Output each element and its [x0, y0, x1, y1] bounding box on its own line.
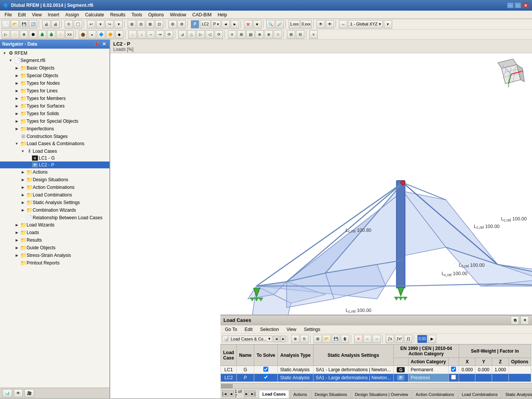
tb-1xxx[interactable]: 1.xxx — [289, 20, 300, 28]
bt-func[interactable]: ƒx — [386, 335, 394, 343]
tree-item-load-combinations[interactable]: ▶ 📁 Load Combinations — [0, 191, 109, 199]
tree-item-types-members[interactable]: ▶ 📁 Types for Members — [0, 95, 109, 102]
menu-edit[interactable]: Edit — [15, 11, 29, 18]
tb2-member2[interactable]: ⬥ — [88, 30, 96, 39]
tb-lc2-select[interactable]: LC2 — [200, 20, 211, 28]
tree-item-load-cases[interactable]: ▼ ⬇ Load Cases — [0, 147, 109, 155]
tab-load-cases[interactable]: Load Cases — [259, 390, 289, 398]
cell-sw-p[interactable] — [448, 374, 459, 382]
bt-delete[interactable]: 🗑 — [341, 335, 349, 343]
bottom-menu-edit[interactable]: Edit — [242, 326, 256, 333]
tb2-5[interactable]: 🌲 — [38, 30, 46, 39]
tb2-4[interactable]: ⬟ — [29, 30, 37, 39]
tab-static-analysis-settings[interactable]: Static Analysis Settings — [502, 390, 532, 398]
cube-navigator[interactable]: x y z — [494, 57, 528, 91]
tb2-member1[interactable]: ⬤ — [79, 30, 87, 39]
tb2-load3[interactable]: ↔ — [147, 30, 155, 39]
bt-save-file[interactable]: 💾 — [332, 335, 340, 343]
tree-item-guide-objects[interactable]: ▶ 📁 Guide Objects — [0, 244, 109, 252]
nav-pin[interactable]: 📌 — [92, 41, 100, 47]
tab-load-combinations[interactable]: Load Combinations — [458, 390, 501, 398]
menu-help[interactable]: Help — [215, 11, 230, 18]
sw-checkbox-p[interactable] — [451, 375, 456, 380]
bt-grid-view[interactable]: ⊞ — [314, 335, 322, 343]
tb-xyz-select[interactable]: 1 - Global XYZ ▾ — [348, 20, 383, 28]
cell-sw-g[interactable] — [448, 366, 459, 374]
tb-undo[interactable]: ↩ — [87, 20, 95, 28]
tb2-load5[interactable]: ⟳ — [165, 30, 173, 39]
tb-refresh[interactable]: 🔄 — [29, 20, 37, 28]
bt-0-00[interactable]: 0.00 — [417, 335, 427, 343]
tb-redo[interactable]: ↪ — [105, 20, 114, 28]
tb-tool1[interactable]: ⚙ — [168, 20, 177, 28]
menu-insert[interactable]: Insert — [45, 11, 62, 18]
tree-item-segment[interactable]: ▼ 📄 Segment.rf6 — [0, 57, 109, 64]
tree-item-types-nodes[interactable]: ▶ 📁 Types for Nodes — [0, 79, 109, 87]
nav-view-btn[interactable]: 👁 — [14, 389, 23, 397]
bottom-menu-view[interactable]: View — [283, 326, 299, 333]
tb-xyz-arrow[interactable]: ▾ — [384, 20, 392, 28]
tb2-n2[interactable]: ⊞ — [237, 30, 245, 39]
tb2-load4[interactable]: ⇒ — [156, 30, 164, 39]
tb-new[interactable]: 📄 — [2, 20, 10, 28]
nav-next-btn[interactable]: ► — [280, 336, 286, 342]
tree-item-special-objects[interactable]: ▶ 📁 Special Objects — [0, 72, 109, 79]
tree-item-types-solids[interactable]: ▶ 📁 Types for Solids — [0, 110, 109, 117]
bt-red-x[interactable]: ✕ — [354, 335, 363, 343]
menu-view[interactable]: View — [29, 11, 45, 18]
sw-checkbox[interactable] — [451, 367, 456, 372]
tree-item-lc1[interactable]: G LC1 - G — [0, 155, 109, 162]
tb2-n4[interactable]: ⊗ — [255, 30, 264, 39]
tb-print[interactable]: 🖨 — [42, 20, 51, 28]
tb-copy[interactable]: ⎘ — [65, 20, 73, 28]
tb-prev[interactable]: ◄ — [222, 20, 230, 28]
menu-options[interactable]: Options — [145, 11, 167, 18]
maximize-button[interactable]: □ — [515, 2, 521, 8]
tb-tool2[interactable]: ⚙ — [177, 20, 186, 28]
tb2-m5[interactable]: ⟳ — [215, 30, 223, 39]
bt-open-file[interactable]: 📂 — [323, 335, 331, 343]
tree-item-stress-strain[interactable]: ▶ 📁 Stress-Strain Analysis — [0, 252, 109, 259]
tree-item-actions[interactable]: ▶ 📁 Actions — [0, 168, 109, 176]
tb2-load2[interactable]: ↓ — [138, 30, 146, 39]
tb-next[interactable]: ► — [231, 20, 239, 28]
pg-next[interactable]: ► — [244, 390, 250, 397]
tab-action-combinations[interactable]: Action Combinations — [412, 390, 458, 398]
nav-data-btn[interactable]: 📊 — [2, 389, 12, 397]
tree-item-static-analysis[interactable]: ▶ 📁 Static Analysis Settings — [0, 199, 109, 206]
tree-item-action-combinations[interactable]: ▶ 📁 Action Combinations — [0, 184, 109, 191]
bottom-menu-selection[interactable]: Selection — [257, 326, 282, 333]
bt-left-arrow[interactable]: ← — [363, 335, 372, 343]
tree-item-imperfections[interactable]: ▶ 📁 Imperfections — [0, 125, 109, 133]
tb-grid2[interactable]: ⊟ — [137, 20, 145, 28]
tb-0xxx[interactable]: 0.xxx — [301, 20, 312, 28]
tree-item-design-situations[interactable]: ▶ 📁 Design Situations — [0, 176, 109, 184]
table-row[interactable]: LC2 P Static Analysis SA1 - Large deform… — [221, 374, 532, 382]
bt-scroll-right[interactable]: ▶ — [428, 335, 436, 343]
tree-item-loads[interactable]: ▶ 📁 Loads — [0, 229, 109, 236]
load-cases-dropdown[interactable]: 📊 Load Cases & Co... ▾ — [222, 336, 272, 342]
tb2-p1[interactable]: ⊞ — [287, 30, 295, 39]
tb-p-badge[interactable]: P — [191, 20, 199, 28]
tree-item-basic-objects[interactable]: ▶ 📁 Basic Objects — [0, 64, 109, 72]
cell-to-solve-p[interactable] — [254, 374, 278, 382]
tb-star[interactable]: ★ — [253, 20, 261, 28]
tb-paste[interactable]: 📋 — [74, 20, 82, 28]
tb-redo-arrow[interactable]: ▾ — [114, 20, 123, 28]
tb-eye[interactable]: 👁 — [317, 20, 325, 28]
tb2-member4[interactable]: 🔶 — [106, 30, 114, 39]
tb2-n3[interactable]: ▤ — [246, 30, 255, 39]
table-row[interactable]: LC1 G Static Analysis SA1 - Large deform… — [221, 366, 532, 374]
tb-grid1[interactable]: ⊞ — [128, 20, 136, 28]
tb2-n6[interactable]: ☆ — [274, 30, 282, 39]
tb2-xx[interactable]: XX — [65, 30, 74, 39]
menu-window[interactable]: Window — [167, 11, 189, 18]
tb2-m1[interactable]: ⊿ — [178, 30, 187, 39]
pg-last[interactable]: ►| — [250, 390, 256, 397]
tree-item-construction-stages[interactable]: ⊞ Construction Stages — [0, 133, 109, 140]
tb2-m3[interactable]: ▷ — [196, 30, 205, 39]
tb2-7[interactable]: ⚠ — [56, 30, 65, 39]
tb2-member3[interactable]: 🔷 — [97, 30, 105, 39]
to-solve-checkbox[interactable] — [263, 367, 268, 372]
tb-grid3[interactable]: ⊠ — [146, 20, 154, 28]
